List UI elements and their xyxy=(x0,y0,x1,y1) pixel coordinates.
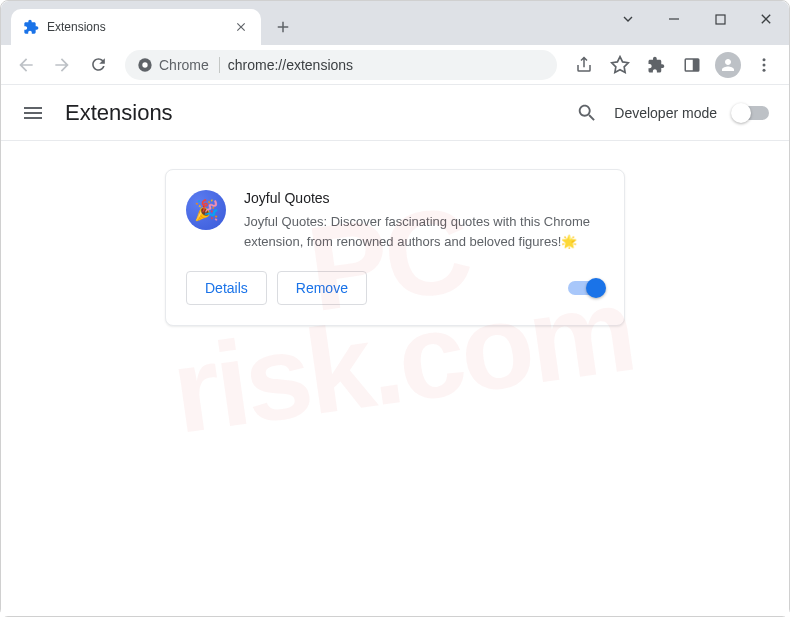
extension-card: 🎉 Joyful Quotes Joyful Quotes: Discover … xyxy=(165,169,625,326)
profile-avatar[interactable] xyxy=(713,50,743,80)
toolbar: Chrome chrome://extensions xyxy=(1,45,789,85)
svg-point-8 xyxy=(763,63,766,66)
address-bar[interactable]: Chrome chrome://extensions xyxy=(125,50,557,80)
close-window-button[interactable] xyxy=(743,4,789,34)
side-panel-icon[interactable] xyxy=(677,50,707,80)
extensions-grid: 🎉 Joyful Quotes Joyful Quotes: Discover … xyxy=(1,141,789,354)
page-content: Extensions Developer mode 🎉 Joyful Quote… xyxy=(1,85,789,616)
extension-description: Joyful Quotes: Discover fascinating quot… xyxy=(244,212,604,251)
maximize-button[interactable] xyxy=(697,4,743,34)
page-title: Extensions xyxy=(65,100,173,126)
share-icon[interactable] xyxy=(569,50,599,80)
svg-point-3 xyxy=(142,62,147,67)
titlebar: Extensions xyxy=(1,1,789,45)
header-actions: Developer mode xyxy=(576,102,769,124)
extension-enable-toggle[interactable] xyxy=(568,281,604,295)
svg-rect-6 xyxy=(693,59,699,71)
details-button[interactable]: Details xyxy=(186,271,267,305)
extension-name: Joyful Quotes xyxy=(244,190,604,206)
card-text: Joyful Quotes Joyful Quotes: Discover fa… xyxy=(244,190,604,251)
window-controls xyxy=(605,1,789,45)
card-actions: Details Remove xyxy=(186,271,604,305)
remove-button[interactable]: Remove xyxy=(277,271,367,305)
browser-tab[interactable]: Extensions xyxy=(11,9,261,45)
extensions-puzzle-icon[interactable] xyxy=(641,50,671,80)
developer-mode-label: Developer mode xyxy=(614,105,717,121)
enable-toggle-wrap xyxy=(568,281,604,295)
minimize-button[interactable] xyxy=(651,4,697,34)
extensions-header: Extensions Developer mode xyxy=(1,85,789,141)
extension-icon: 🎉 xyxy=(186,190,226,230)
menu-kebab-icon[interactable] xyxy=(749,50,779,80)
address-prefix: Chrome xyxy=(159,57,209,73)
toggle-knob xyxy=(731,103,751,123)
svg-marker-4 xyxy=(612,56,629,72)
forward-button[interactable] xyxy=(47,50,77,80)
toggle-knob xyxy=(586,278,606,298)
search-icon[interactable] xyxy=(576,102,598,124)
tab-dropdown-icon[interactable] xyxy=(605,4,651,34)
card-header: 🎉 Joyful Quotes Joyful Quotes: Discover … xyxy=(186,190,604,251)
new-tab-button[interactable] xyxy=(269,13,297,41)
developer-mode-toggle[interactable] xyxy=(733,106,769,120)
svg-point-9 xyxy=(763,68,766,71)
puzzle-piece-icon xyxy=(23,19,39,35)
back-button[interactable] xyxy=(11,50,41,80)
bookmark-star-icon[interactable] xyxy=(605,50,635,80)
browser-window: Extensions xyxy=(0,0,790,617)
svg-point-7 xyxy=(763,58,766,61)
tab-title: Extensions xyxy=(47,20,225,34)
chrome-logo-icon: Chrome xyxy=(137,57,220,73)
menu-hamburger-icon[interactable] xyxy=(21,101,45,125)
reload-button[interactable] xyxy=(83,50,113,80)
address-url: chrome://extensions xyxy=(228,57,353,73)
avatar-icon xyxy=(715,52,741,78)
close-tab-icon[interactable] xyxy=(233,19,249,35)
svg-rect-1 xyxy=(716,15,725,24)
